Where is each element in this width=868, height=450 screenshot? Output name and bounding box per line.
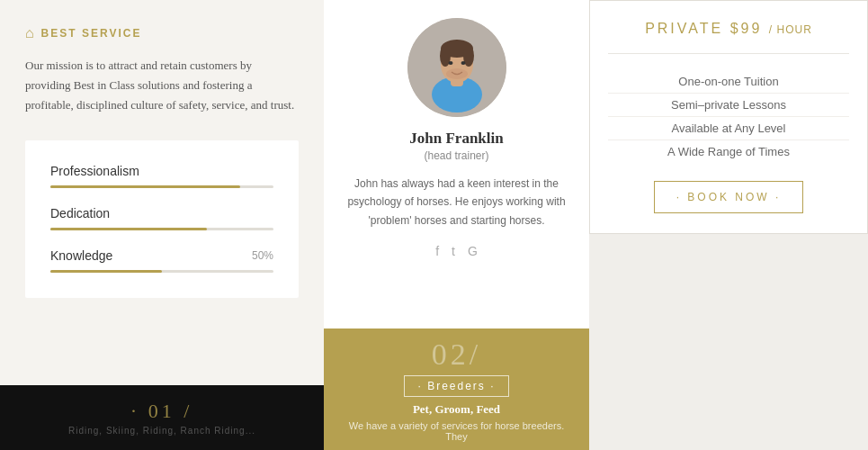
facebook-icon[interactable]: f	[435, 244, 439, 258]
middle-panel: John Franklin (head trainer) John has al…	[324, 0, 589, 450]
google-icon[interactable]: G	[468, 244, 478, 258]
section01-number: · 01 /	[131, 400, 193, 423]
brand-title: Best Service	[41, 27, 142, 40]
section01-subtitle: Riding, Skiing, Riding, Ranch Riding...	[68, 426, 255, 436]
skill-name-professionalism: Professionalism	[50, 164, 139, 178]
pricing-features: One-on-one Tuition Semi–private Lessons …	[608, 70, 849, 163]
brand-header: ⌂ Best Service	[25, 25, 299, 41]
trainer-avatar	[407, 18, 506, 117]
pricing-type: PRIVATE	[645, 21, 723, 36]
right-panel: PRIVATE $99 / HOUR One-on-one Tuition Se…	[589, 0, 868, 450]
pricing-title: PRIVATE $99 / HOUR	[608, 21, 849, 37]
trainer-bio: John has always had a keen interest in t…	[345, 175, 568, 230]
svg-point-7	[448, 61, 452, 65]
skill-item-dedication: Dedication	[50, 206, 273, 230]
pricing-box: PRIVATE $99 / HOUR One-on-one Tuition Se…	[589, 0, 868, 234]
skill-percent-knowledge: 50%	[252, 249, 273, 262]
pricing-price: $99	[730, 21, 763, 36]
pricing-unit: / HOUR	[769, 23, 812, 36]
book-now-button[interactable]: · BOOK NOW ·	[654, 181, 804, 213]
skill-item-professionalism: Professionalism	[50, 164, 273, 188]
social-icons: f t G	[435, 244, 478, 258]
bottom-black-banner: · 01 / Riding, Skiing, Riding, Ranch Rid…	[0, 385, 324, 450]
skill-name-dedication: Dedication	[50, 206, 110, 220]
skill-bar-bg-professionalism	[50, 185, 273, 188]
pricing-feature-1: One-on-one Tuition	[608, 70, 849, 94]
brand-description: Our mission is to attract and retain cus…	[25, 56, 299, 115]
skill-bar-fill-dedication	[50, 228, 207, 230]
skills-box: Professionalism Dedication Knowled	[25, 140, 299, 298]
trainer-title: (head trainer)	[424, 149, 488, 162]
skill-item-knowledge: Knowledge 50%	[50, 248, 273, 273]
pricing-feature-4: A Wide Range of Times	[608, 140, 849, 163]
pricing-header: PRIVATE $99 / HOUR	[608, 21, 849, 54]
twitter-icon[interactable]: t	[452, 244, 455, 258]
skill-bar-fill-knowledge	[50, 270, 162, 273]
svg-point-8	[461, 61, 465, 65]
pricing-feature-3: Available at Any Level	[608, 117, 849, 140]
section02-description: We have a variety of services for horse …	[324, 420, 589, 442]
pricing-feature-2: Semi–private Lessons	[608, 94, 849, 117]
section02-subtitle: Pet, Groom, Feed	[413, 402, 500, 417]
trainer-name: John Franklin	[409, 130, 503, 148]
svg-point-9	[446, 68, 468, 79]
skill-bar-bg-dedication	[50, 228, 273, 230]
skill-bar-bg-knowledge	[50, 270, 273, 273]
skill-bar-fill-professionalism	[50, 185, 240, 188]
home-icon: ⌂	[25, 25, 34, 41]
section02-number: 02/	[432, 338, 481, 372]
left-panel: ⌂ Best Service Our mission is to attract…	[0, 0, 324, 450]
middle-gold-section: 02/ · Breeders · Pet, Groom, Feed We hav…	[324, 328, 589, 450]
section02-label: · Breeders ·	[404, 375, 508, 397]
skill-name-knowledge: Knowledge	[50, 248, 112, 263]
